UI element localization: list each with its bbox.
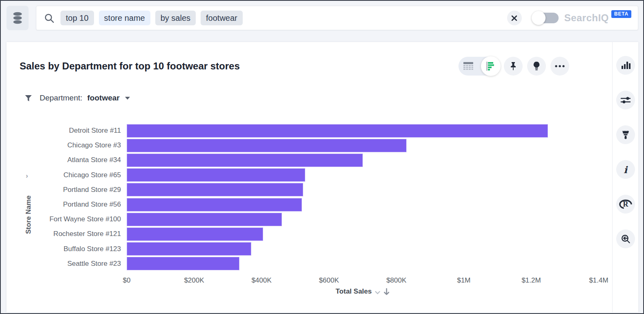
search-token[interactable]: footwear <box>201 11 243 25</box>
bar-track <box>127 227 605 241</box>
style-button[interactable] <box>616 125 635 144</box>
y-axis-category-label: Buffalo Store #123 <box>7 245 127 253</box>
chart-bar-row: Portland Store #56 <box>7 197 605 212</box>
more-options-button[interactable] <box>550 57 569 76</box>
search-token[interactable]: top 10 <box>60 11 94 25</box>
chart-plot-area: Detroit Store #11Chicago Store #3Atlanta… <box>7 123 605 271</box>
chart-bar-row: Fort Wayne Store #100 <box>7 212 605 227</box>
search-token-list: top 10store nameby salesfootwear <box>60 11 243 25</box>
y-axis-category-label: Chicago Store #65 <box>7 171 127 179</box>
edit-search-button[interactable] <box>616 229 635 248</box>
chart-bar-row: Seattle Store #23 <box>7 256 605 271</box>
chart-bar-row: Chicago Store #3 <box>7 138 605 153</box>
searchiq-toggle[interactable] <box>532 13 559 23</box>
clear-search-button[interactable] <box>507 11 522 25</box>
y-axis-category-label: Atlanta Store #34 <box>7 156 127 164</box>
pin-icon <box>509 61 518 71</box>
bar[interactable] <box>127 168 305 182</box>
search-icon <box>44 13 55 24</box>
x-axis-tick-label: $1.4M <box>589 276 608 285</box>
chart-view-icon[interactable] <box>481 56 501 76</box>
filter-label: Department: <box>40 94 83 102</box>
data-source-button[interactable] <box>7 6 29 30</box>
chart-bar-row: Detroit Store #11 <box>7 123 605 138</box>
bar-track <box>127 198 605 212</box>
table-view-icon[interactable] <box>463 61 474 73</box>
y-axis-category-label: Chicago Store #3 <box>7 141 127 149</box>
r-logo-icon: R <box>619 199 633 209</box>
chart-bar-row: Chicago Store #65 <box>7 168 605 183</box>
right-toolbar: i R <box>612 42 638 312</box>
y-axis-category-label: Fort Wayne Store #100 <box>7 215 127 223</box>
bar[interactable] <box>127 139 407 152</box>
x-axis-tick-label: $0 <box>123 276 131 285</box>
bar-track <box>127 139 605 152</box>
chart-bar-row: Atlanta Store #34 <box>7 153 605 167</box>
bar-track <box>127 242 605 256</box>
y-axis-category-label: Detroit Store #11 <box>7 127 127 135</box>
configure-button[interactable] <box>616 91 635 109</box>
column-chart-icon <box>621 60 631 70</box>
y-axis-category-label: Rochester Store #121 <box>7 230 127 238</box>
bar[interactable] <box>127 154 363 167</box>
x-axis-title: Total Sales <box>335 287 372 296</box>
r-analysis-button[interactable]: R <box>616 195 635 214</box>
toggle-knob <box>532 11 546 25</box>
chart-type-button[interactable] <box>616 56 635 75</box>
bar-track <box>127 154 605 167</box>
x-axis-ticks: $0$200K$400K$600K$800K$1M$1.2M$1.4M <box>127 276 599 285</box>
info-button[interactable]: i <box>616 160 635 179</box>
search-box[interactable]: top 10store nameby salesfootwear SearchI… <box>36 6 638 30</box>
x-axis-tick-label: $400K <box>251 276 271 285</box>
bar-track <box>127 213 605 226</box>
bar-track <box>127 257 605 270</box>
answer-title: Sales by Department for top 10 footwear … <box>20 60 240 72</box>
view-toggle[interactable] <box>458 57 499 76</box>
filter-row: Department: footwear <box>25 92 130 104</box>
chart-bar-row: Rochester Store #121 <box>7 227 605 241</box>
chart-bar-row: Buffalo Store #123 <box>7 242 605 256</box>
sliders-icon <box>620 96 631 104</box>
x-axis-tick-label: $1M <box>457 276 470 285</box>
x-axis-tick-label: $800K <box>386 276 406 285</box>
bar-track <box>127 183 605 196</box>
bar[interactable] <box>127 124 548 138</box>
chevron-down-icon[interactable] <box>125 96 130 100</box>
filter-value[interactable]: footwear <box>87 94 120 102</box>
beta-badge: BETA <box>611 10 631 18</box>
y-axis-category-label: Portland Store #56 <box>7 200 127 209</box>
axis-menu-chevron-icon[interactable] <box>375 291 380 294</box>
info-icon: i <box>624 164 627 175</box>
bar[interactable] <box>127 213 282 226</box>
bar[interactable] <box>127 198 302 212</box>
bar[interactable] <box>127 183 303 196</box>
bar[interactable] <box>127 242 251 256</box>
bar[interactable] <box>127 257 239 270</box>
close-icon <box>511 15 517 21</box>
search-token[interactable]: by sales <box>155 11 196 25</box>
bar-track <box>127 124 605 138</box>
app-window: top 10store nameby salesfootwear SearchI… <box>0 0 644 314</box>
chart-bar-row: Portland Store #29 <box>7 183 605 197</box>
answer-card: Sales by Department for top 10 footwear … <box>7 42 638 312</box>
y-axis-category-label: Portland Store #29 <box>7 186 127 194</box>
bar-track <box>127 168 605 182</box>
insights-button[interactable] <box>527 57 546 76</box>
sort-descending-icon[interactable] <box>383 288 390 296</box>
filter-icon <box>25 94 32 102</box>
paintbrush-icon <box>621 130 630 140</box>
x-axis-title-row: Total Sales <box>127 287 599 296</box>
database-icon <box>11 11 24 24</box>
x-axis-tick-label: $200K <box>184 276 204 285</box>
pin-button[interactable] <box>504 57 523 76</box>
y-axis-category-label: Seattle Store #23 <box>7 260 127 268</box>
search-back-arrow-icon <box>621 234 631 244</box>
lightbulb-icon <box>532 61 541 71</box>
bar[interactable] <box>127 227 263 241</box>
search-token[interactable]: store name <box>99 11 150 25</box>
x-axis-tick-label: $1.2M <box>521 276 541 285</box>
x-axis-tick-label: $600K <box>319 276 339 285</box>
ellipsis-icon <box>555 65 565 68</box>
searchiq-label: SearchIQ <box>564 12 609 24</box>
